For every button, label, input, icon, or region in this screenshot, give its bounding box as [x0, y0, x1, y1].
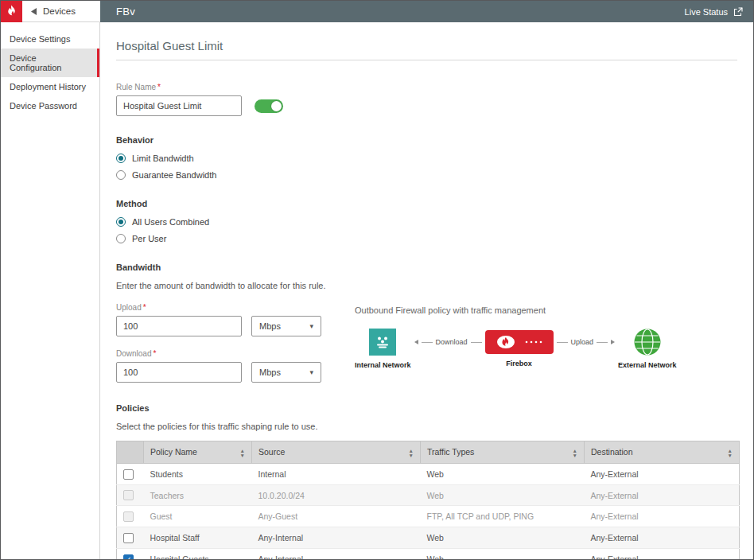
cell-source: Internal — [252, 464, 421, 485]
download-field: Download* Mbps ▾ — [116, 349, 321, 383]
download-input[interactable] — [116, 362, 242, 383]
devices-header-label: Devices — [43, 6, 76, 16]
sidebar: Device SettingsDevice ConfigurationDeplo… — [1, 22, 100, 559]
row-checkbox — [123, 490, 134, 500]
diagram-title: Outbound Firewall policy with traffic ma… — [355, 305, 677, 315]
table-row: Hospital StaffAny-InternalWebAny-Externa… — [117, 527, 740, 549]
download-unit-value: Mbps — [259, 368, 281, 377]
rule-name-input[interactable] — [116, 95, 242, 116]
radio-option-per-user[interactable]: Per User — [116, 234, 737, 243]
cell-destination: Any-External — [585, 527, 740, 549]
radio-label: Guarantee Bandwidth — [132, 170, 216, 180]
column-header-traffic-types[interactable]: Traffic Types▲▼ — [421, 441, 585, 464]
upload-field: Upload* Mbps ▾ — [116, 303, 321, 336]
sidebar-item-deployment-history[interactable]: Deployment History — [1, 77, 99, 96]
cell-traffic-types: Web — [421, 527, 585, 549]
behavior-section-label: Behavior — [116, 135, 737, 145]
chevron-down-icon: ▾ — [309, 322, 313, 330]
sidebar-item-device-configuration[interactable]: Device Configuration — [1, 49, 99, 77]
watchguard-logo — [1, 1, 22, 22]
download-unit-select[interactable]: Mbps ▾ — [251, 362, 321, 383]
devices-nav-header[interactable]: Devices — [22, 1, 100, 22]
table-row: GuestAny-GuestFTP, All TCP and UDP, PING… — [117, 506, 740, 527]
radio-button[interactable] — [116, 234, 126, 243]
sort-arrows-icon[interactable]: ▲▼ — [728, 449, 733, 457]
upload-link-label: Upload — [571, 338, 594, 346]
row-checkbox[interactable] — [123, 533, 134, 543]
upload-unit-value: Mbps — [259, 321, 281, 331]
upload-label: Upload* — [116, 303, 321, 312]
traffic-diagram: Outbound Firewall policy with traffic ma… — [355, 305, 677, 369]
page-title: Hospital Guest Limit — [116, 39, 737, 60]
download-label: Download* — [116, 349, 321, 358]
radio-label: Limit Bandwidth — [132, 154, 194, 163]
arrow-right-icon — [611, 340, 615, 344]
external-network-label: External Network — [618, 361, 677, 369]
column-header-policy-name[interactable]: Policy Name▲▼ — [144, 441, 252, 464]
upload-unit-select[interactable]: Mbps ▾ — [251, 316, 321, 336]
cell-traffic-types: Web — [421, 464, 585, 485]
rule-enabled-toggle[interactable] — [255, 99, 283, 113]
radio-option-limit-bandwidth[interactable]: Limit Bandwidth — [116, 154, 737, 163]
live-status-label: Live Status — [685, 7, 728, 17]
cell-policy-name: Hospital Guests — [144, 548, 252, 559]
app-window: Devices FBv Live Status Device SettingsD… — [0, 0, 754, 560]
radio-button[interactable] — [116, 154, 126, 163]
cell-traffic-types: Web — [421, 548, 585, 559]
sidebar-item-device-password[interactable]: Device Password — [1, 96, 99, 115]
external-link-icon — [733, 7, 743, 17]
row-checkbox[interactable]: ✓ — [123, 554, 134, 559]
top-bar-main: FBv Live Status — [100, 1, 753, 22]
behavior-radio-group: Limit BandwidthGuarantee Bandwidth — [116, 154, 737, 180]
table-row: ✓Hospital GuestsAny-InternalWebAny-Exter… — [117, 548, 740, 559]
sort-arrows-icon[interactable]: ▲▼ — [409, 449, 414, 457]
cell-policy-name: Teachers — [144, 484, 252, 506]
bandwidth-section-label: Bandwidth — [116, 262, 737, 272]
radio-label: All Users Combined — [132, 217, 209, 227]
cell-source: Any-Internal — [252, 548, 421, 559]
policies-description: Select the policies for this traffic sha… — [116, 422, 737, 431]
external-network-node: External Network — [618, 329, 677, 369]
upload-link: Upload — [557, 329, 616, 356]
live-status-button[interactable]: Live Status — [685, 7, 743, 17]
table-row: Teachers10.0.20.0/24WebAny-External — [117, 484, 740, 506]
cell-destination: Any-External — [585, 506, 740, 527]
top-bar: Devices FBv Live Status — [1, 1, 753, 22]
method-section-label: Method — [116, 199, 737, 208]
bandwidth-inputs: Upload* Mbps ▾ Download* — [116, 303, 321, 395]
firebox-icon — [495, 335, 544, 349]
sort-arrows-icon[interactable]: ▲▼ — [573, 449, 577, 457]
internal-network-node: Internal Network — [355, 329, 411, 369]
bandwidth-description: Enter the amount of bandwidth to allocat… — [116, 281, 737, 290]
cell-source: 10.0.20.0/24 — [252, 484, 421, 506]
radio-button[interactable] — [116, 170, 126, 180]
sort-arrows-icon[interactable]: ▲▼ — [240, 449, 245, 457]
policies-section-label: Policies — [116, 403, 737, 413]
column-header-destination[interactable]: Destination▲▼ — [585, 441, 740, 464]
download-link-label: Download — [436, 338, 468, 346]
cell-destination: Any-External — [585, 548, 740, 559]
upload-input[interactable] — [116, 316, 242, 336]
row-checkbox — [123, 511, 134, 522]
radio-option-all-users-combined[interactable]: All Users Combined — [116, 217, 737, 227]
firebox-label: Firebox — [506, 360, 532, 368]
column-header-source[interactable]: Source▲▼ — [252, 441, 421, 464]
radio-button[interactable] — [116, 217, 126, 227]
radio-option-guarantee-bandwidth[interactable]: Guarantee Bandwidth — [116, 170, 737, 180]
cell-source: Any-Guest — [252, 506, 421, 527]
download-link: Download — [414, 329, 482, 356]
rule-name-section: Rule Name* — [116, 83, 737, 116]
radio-label: Per User — [132, 234, 166, 243]
cell-destination: Any-External — [585, 464, 740, 485]
device-title: FBv — [116, 6, 135, 18]
cell-traffic-types: FTP, All TCP and UDP, PING — [421, 506, 585, 527]
checkbox-column-header — [117, 441, 144, 464]
chevron-down-icon: ▾ — [309, 368, 313, 376]
cell-policy-name: Guest — [144, 506, 252, 527]
sidebar-item-device-settings[interactable]: Device Settings — [1, 29, 99, 49]
row-checkbox[interactable] — [123, 469, 134, 480]
required-asterisk: * — [157, 83, 161, 91]
required-asterisk: * — [143, 303, 146, 312]
watchguard-flame-icon — [4, 4, 19, 19]
policies-table: Policy Name▲▼Source▲▼Traffic Types▲▼Dest… — [116, 441, 740, 559]
